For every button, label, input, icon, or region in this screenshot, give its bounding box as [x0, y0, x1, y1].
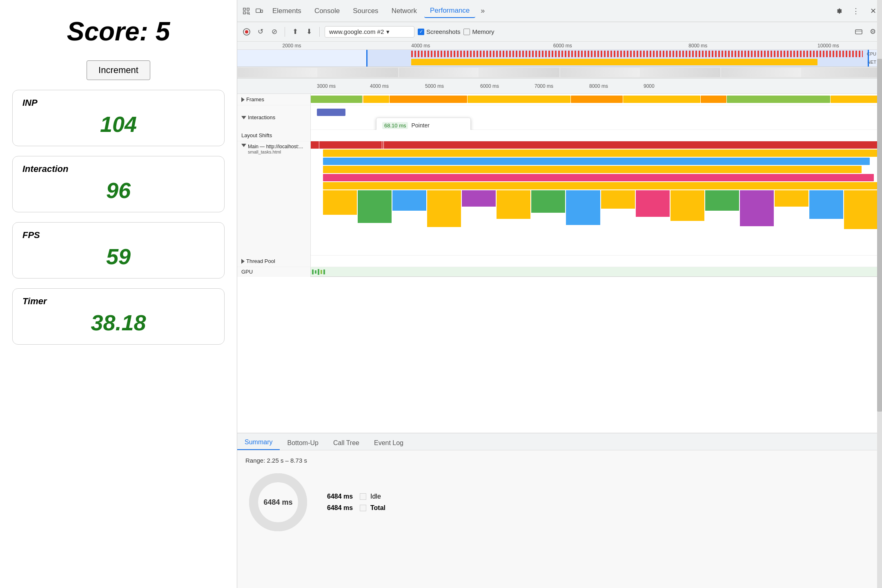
gpu-content: [311, 267, 882, 277]
tab-console[interactable]: Console: [309, 4, 345, 18]
interactions-content: 68.10 ms Pointer Input delay 66ms Proces…: [311, 105, 882, 130]
more-options-icon[interactable]: ⋮: [850, 5, 862, 17]
thread-pool-label: Thread Pool: [237, 256, 311, 267]
device-toggle-icon[interactable]: [254, 5, 265, 17]
memory-checkbox[interactable]: [463, 29, 470, 35]
legend-idle-ms: 6484 ms: [327, 493, 356, 500]
interaction-label: Interaction: [22, 164, 214, 174]
frames-expand-icon[interactable]: [241, 97, 245, 102]
main-thread-label: Main — http://localhost:... small_tasks.…: [237, 141, 311, 256]
time-ruler: 3000 ms 4000 ms 5000 ms 6000 ms 7000 ms …: [237, 78, 882, 94]
main-thread-content: [311, 141, 882, 256]
legend-idle-label: Idle: [370, 493, 381, 500]
reload-icon[interactable]: ↺: [255, 27, 266, 37]
layout-shifts-label: Layout Shifts: [237, 130, 311, 141]
legend-total-label: Total: [370, 504, 385, 512]
flame-chart: Frames: [237, 94, 882, 433]
url-bar: www.google.com #2 ▾: [325, 26, 414, 38]
time-6000: 6000 ms: [480, 83, 499, 89]
interaction-bar[interactable]: [317, 109, 345, 116]
perf-main: 3000 ms 4000 ms 5000 ms 6000 ms 7000 ms …: [237, 78, 882, 433]
frames-row: Frames: [237, 94, 882, 105]
tooltip-type: Pointer: [411, 122, 429, 129]
download-icon[interactable]: ⬇: [304, 27, 314, 37]
main-thread-file: small_tasks.html: [248, 149, 303, 154]
svg-rect-2: [243, 11, 245, 13]
legend-idle: 6484 ms Idle: [327, 493, 385, 500]
main-thread-title: Main — http://localhost:...: [248, 144, 303, 149]
timer-label: Timer: [22, 296, 214, 307]
donut-center-label: 6484 ms: [263, 498, 292, 507]
inp-card: INP 104: [12, 90, 225, 146]
interaction-value: 96: [22, 178, 214, 203]
main-thread-row: Main — http://localhost:... small_tasks.…: [237, 141, 882, 256]
tab-elements[interactable]: Elements: [267, 4, 307, 18]
thread-pool-content: [311, 256, 882, 267]
legend-total-box: [360, 505, 366, 511]
inp-label: INP: [22, 98, 214, 108]
svg-rect-1: [247, 8, 249, 10]
tab-sources[interactable]: Sources: [347, 4, 384, 18]
clear-icon[interactable]: ⊘: [269, 27, 280, 37]
interactions-expand-icon[interactable]: [241, 116, 246, 119]
legend-total-ms: 6484 ms: [327, 504, 356, 512]
svg-line-4: [249, 13, 250, 15]
tab-network[interactable]: Network: [386, 4, 423, 18]
scrollbar-track[interactable]: [877, 78, 882, 433]
screenshots-strip: [237, 67, 882, 78]
thread-pool-row: Thread Pool: [237, 256, 882, 267]
upload-icon[interactable]: ⬆: [290, 27, 301, 37]
tooltip-time: 68.10 ms: [382, 122, 408, 129]
frames-content: [311, 94, 882, 105]
screenshots-checkbox[interactable]: ✓: [418, 29, 424, 35]
time-9000: 9000: [644, 83, 655, 89]
cpu-usage-bar: [411, 51, 862, 57]
url-dropdown-icon[interactable]: ▾: [386, 28, 390, 36]
gpu-label: GPU: [237, 267, 311, 277]
screenshots-label: Screenshots: [426, 28, 460, 35]
ruler-8000: 8000 ms: [688, 43, 707, 49]
fps-label: FPS: [22, 230, 214, 241]
tab-call-tree[interactable]: Call Tree: [326, 436, 367, 450]
ruler-10000: 10000 ms: [817, 43, 839, 49]
ruler-2000: 2000 ms: [283, 43, 301, 49]
memory-check[interactable]: Memory: [463, 28, 494, 35]
fps-value: 59: [22, 244, 214, 269]
main-thread-expand-icon[interactable]: [241, 144, 246, 147]
ruler-6000: 6000 ms: [553, 43, 572, 49]
layout-shifts-row: Layout Shifts: [237, 130, 882, 141]
timer-value: 38.18: [22, 310, 214, 335]
increment-button[interactable]: Increment: [87, 60, 150, 80]
tab-event-log[interactable]: Event Log: [367, 436, 411, 450]
tab-bottom-up[interactable]: Bottom-Up: [280, 436, 325, 450]
legend-idle-box: [360, 493, 366, 500]
bottom-section: Summary Bottom-Up Call Tree Event Log Ra…: [237, 433, 882, 588]
scrollbar-thumb[interactable]: [877, 78, 882, 412]
tab-performance[interactable]: Performance: [424, 4, 475, 18]
svg-rect-9: [855, 29, 862, 34]
settings-icon[interactable]: [833, 5, 844, 17]
timeline-overview[interactable]: 2000 ms 4000 ms 6000 ms 8000 ms 10000 ms…: [237, 42, 882, 78]
time-5000: 5000 ms: [425, 83, 444, 89]
legend-total: 6484 ms Total: [327, 504, 385, 512]
svg-point-8: [245, 30, 248, 33]
record-icon[interactable]: [241, 27, 252, 37]
inp-value: 104: [22, 111, 214, 137]
svg-rect-6: [261, 10, 263, 12]
donut-chart: 6484 ms: [245, 470, 311, 535]
screenshots-check[interactable]: ✓ Screenshots: [418, 28, 460, 35]
legend-items: 6484 ms Idle 6484 ms Total: [327, 493, 385, 512]
ruler-4000: 4000 ms: [411, 43, 430, 49]
devtools-tab-bar: Elements Console Sources Network Perform…: [237, 0, 882, 22]
memory-label: Memory: [472, 28, 494, 35]
tab-summary[interactable]: Summary: [237, 435, 280, 450]
thread-pool-expand-icon[interactable]: [241, 259, 245, 264]
capture-settings-icon[interactable]: [853, 27, 864, 37]
bottom-content: Range: 2.25 s – 8.73 s 6484 ms: [237, 450, 882, 588]
time-3000: 3000 ms: [317, 83, 336, 89]
inspect-icon[interactable]: [241, 5, 252, 17]
url-text: www.google.com #2: [329, 28, 384, 35]
more-tabs-icon[interactable]: »: [477, 5, 488, 17]
perf-settings-icon[interactable]: ⚙: [867, 27, 878, 37]
svg-rect-5: [256, 9, 261, 12]
